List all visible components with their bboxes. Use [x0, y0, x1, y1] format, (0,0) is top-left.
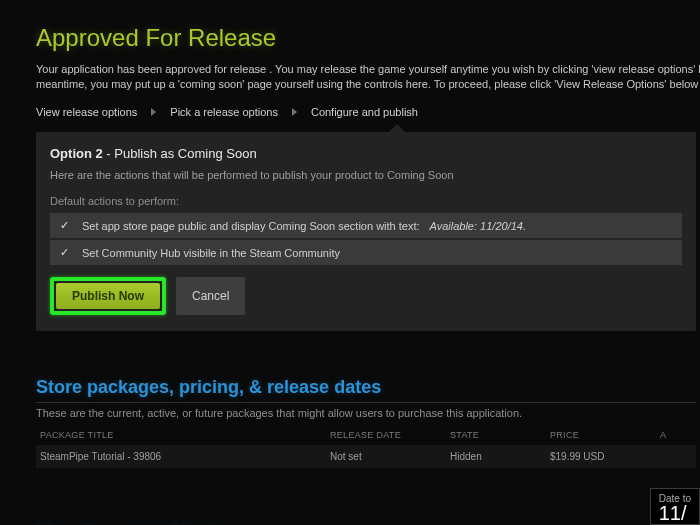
col-price: PRICE [546, 425, 656, 445]
breadcrumb-item-view-release[interactable]: View release options [36, 106, 137, 118]
col-state: STATE [446, 425, 546, 445]
panel-pointer-icon [388, 124, 406, 133]
action-text: Set Community Hub visibile in the Steam … [82, 247, 340, 259]
cell-extra [656, 445, 696, 468]
cell-package-title: SteamPipe Tutorial - 39806 [36, 445, 326, 468]
chevron-right-icon [151, 108, 156, 116]
breadcrumb-item-pick-release[interactable]: Pick a release options [170, 106, 278, 118]
publish-now-button[interactable]: Publish Now [56, 283, 160, 309]
page-title: Approved For Release [36, 24, 700, 52]
highlight-box: Publish Now [50, 277, 166, 315]
panel-description: Here are the actions that will be perfor… [50, 169, 682, 181]
breadcrumb: View release options Pick a release opti… [36, 106, 700, 124]
packages-table: PACKAGE TITLE RELEASE DATE STATE PRICE A… [36, 425, 696, 468]
action-date: Available: 11/20/14. [430, 220, 526, 232]
col-package-title: PACKAGE TITLE [36, 425, 326, 445]
action-row: ✓ Set Community Hub visibile in the Stea… [50, 240, 682, 265]
cell-price: $19.99 USD [546, 445, 656, 468]
table-header-row: PACKAGE TITLE RELEASE DATE STATE PRICE A [36, 425, 696, 445]
breadcrumb-item-configure[interactable]: Configure and publish [311, 106, 418, 118]
col-extra: A [656, 425, 696, 445]
action-row: ✓ Set app store page public and display … [50, 213, 682, 238]
table-row[interactable]: SteamPipe Tutorial - 39806 Not set Hidde… [36, 445, 696, 468]
publish-panel: Option 2 - Publish as Coming Soon Here a… [36, 132, 696, 331]
subtitle-line2: meantime, you may put up a 'coming soon'… [36, 78, 700, 90]
packages-section-desc: These are the current, active, or future… [36, 407, 700, 419]
check-icon: ✓ [60, 246, 72, 259]
page-subtitle: Your application has been approved for r… [36, 62, 700, 92]
cell-state: Hidden [446, 445, 546, 468]
cell-release-date: Not set [326, 445, 446, 468]
option-number: Option 2 [50, 146, 103, 161]
col-release-date: RELEASE DATE [326, 425, 446, 445]
check-icon: ✓ [60, 219, 72, 232]
option-suffix: - Publish as Coming Soon [103, 146, 257, 161]
chevron-right-icon [292, 108, 297, 116]
panel-heading: Option 2 - Publish as Coming Soon [50, 146, 682, 161]
button-row: Publish Now Cancel [50, 277, 682, 315]
date-widget-value: 11/ [659, 504, 691, 522]
date-widget[interactable]: Date to 11/ [650, 488, 700, 525]
default-actions-label: Default actions to perform: [50, 195, 682, 207]
packages-section-title: Store packages, pricing, & release dates [36, 377, 696, 403]
action-text: Set app store page public and display Co… [82, 220, 420, 232]
cancel-button[interactable]: Cancel [176, 277, 245, 315]
subtitle-line1: Your application has been approved for r… [36, 63, 700, 75]
